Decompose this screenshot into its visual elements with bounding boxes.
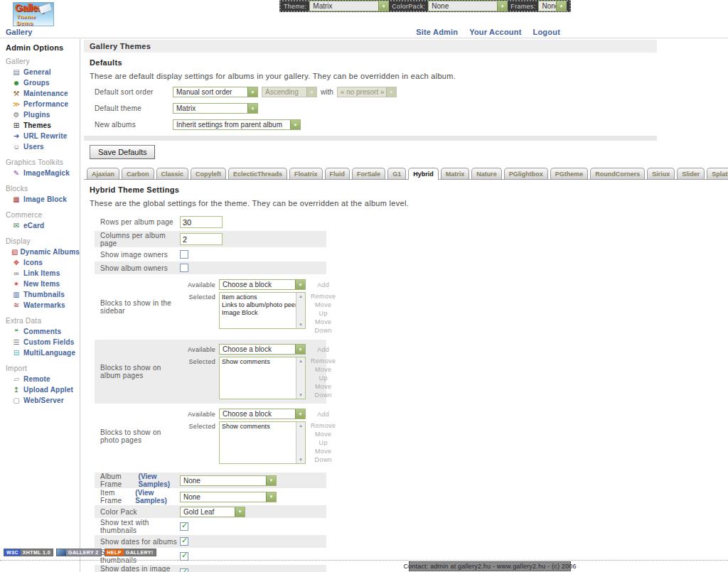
- sidebar-item[interactable]: ▧ Dynamic Albums: [0, 247, 80, 257]
- scroll-up-icon[interactable]: ▴: [299, 293, 302, 299]
- sidebar-item[interactable]: ☻ Groups: [0, 77, 80, 88]
- available-block-select[interactable]: Choose a block ▼: [219, 279, 306, 290]
- listbox-item[interactable]: Item actions: [222, 293, 296, 301]
- show-album-owners-checkbox[interactable]: [180, 264, 188, 272]
- theme-tab[interactable]: PGtheme: [550, 168, 589, 179]
- move-down-link[interactable]: Move Down: [311, 318, 336, 335]
- theme-tab[interactable]: Floatrix: [289, 168, 323, 179]
- listbox-item[interactable]: Links to album/photo peers: [222, 301, 296, 309]
- scroll-down-icon[interactable]: ▾: [299, 457, 302, 463]
- sidebar-item[interactable]: ✶ New Items: [0, 279, 80, 289]
- theme-tab[interactable]: G1: [387, 168, 406, 179]
- breadcrumb-gallery[interactable]: Gallery: [6, 28, 32, 36]
- sidebar-item[interactable]: ✎ ImageMagick: [0, 168, 80, 178]
- theme-tab[interactable]: Splatbang: [707, 168, 728, 179]
- theme-tab[interactable]: Copyleft: [191, 168, 226, 179]
- sidebar-item[interactable]: ▤ General: [0, 67, 80, 77]
- sidebar-item[interactable]: ⚙ Plugins: [0, 109, 80, 120]
- columns-per-page-input[interactable]: [180, 233, 223, 245]
- theme-tab[interactable]: Matrix: [441, 168, 470, 179]
- theme-tab[interactable]: Carbon: [122, 168, 154, 179]
- selected-blocks-listbox[interactable]: Show comments ▴▾: [219, 357, 306, 399]
- add-block-link[interactable]: Add: [311, 281, 336, 288]
- move-down-link[interactable]: Move Down: [311, 447, 336, 464]
- listbox-item[interactable]: Image Block: [222, 309, 296, 317]
- listbox-scrollbar[interactable]: ▴▾: [296, 357, 305, 399]
- new-albums-select[interactable]: Inherit settings from parent album ▼: [173, 119, 301, 130]
- move-up-link[interactable]: Move Up: [311, 365, 336, 382]
- display-option-checkbox[interactable]: [180, 522, 188, 531]
- color-pack-select[interactable]: Gold Leaf ▼: [180, 507, 245, 517]
- add-block-link[interactable]: Add: [311, 346, 336, 353]
- default-sort-order-select[interactable]: Manual sort order ▼: [173, 87, 258, 97]
- available-block-select[interactable]: Choose a block ▼: [219, 344, 306, 355]
- default-theme-select[interactable]: Matrix ▼: [173, 103, 258, 114]
- theme-tab[interactable]: Ajaxian: [87, 168, 119, 179]
- sidebar-item[interactable]: ❝ Comments: [0, 326, 80, 337]
- gallery2-badge[interactable]: GALLERY 2: [56, 549, 102, 556]
- sidebar-item[interactable]: ▦ Image Block: [0, 194, 80, 205]
- sidebar-item[interactable]: ☺ Users: [0, 141, 80, 152]
- frames-select[interactable]: None ▼: [538, 1, 567, 11]
- move-up-link[interactable]: Move Up: [311, 301, 336, 318]
- sidebar-item[interactable]: ✉ eCard: [0, 220, 80, 231]
- remove-block-link[interactable]: Remove: [311, 421, 336, 430]
- colorpack-select[interactable]: None ▼: [428, 1, 508, 11]
- move-up-link[interactable]: Move Up: [311, 430, 336, 447]
- listbox-scrollbar[interactable]: ▴▾: [296, 422, 305, 463]
- show-image-owners-checkbox[interactable]: [180, 250, 188, 259]
- scroll-up-icon[interactable]: ▴: [299, 423, 302, 428]
- scroll-down-icon[interactable]: ▾: [299, 322, 302, 328]
- remove-block-link[interactable]: Remove: [311, 357, 336, 365]
- sidebar-item[interactable]: ▢ Web/Server: [0, 395, 80, 406]
- save-defaults-button[interactable]: Save Defaults: [90, 145, 155, 159]
- sidebar-item[interactable]: ∞ Link Items: [0, 268, 80, 279]
- theme-tab[interactable]: Fluid: [325, 168, 350, 179]
- sidebar-item[interactable]: ❖ Icons: [0, 257, 80, 268]
- gallery-logo[interactable]: Gallery Theme Demo: [13, 2, 54, 26]
- theme-tab[interactable]: PGlightbox: [504, 168, 548, 179]
- theme-tab[interactable]: Siriux: [647, 168, 675, 179]
- sidebar-item[interactable]: ⚒ Maintenance: [0, 88, 80, 99]
- move-down-link[interactable]: Move Down: [311, 382, 336, 399]
- listbox-item[interactable]: Show comments: [222, 358, 296, 366]
- header-link[interactable]: Your Account: [469, 28, 521, 36]
- theme-tab[interactable]: Classic: [156, 168, 189, 179]
- theme-tab[interactable]: EclecticThreads: [228, 168, 287, 179]
- item-frame-samples-link[interactable]: (View Samples): [135, 489, 180, 504]
- sidebar-item[interactable]: ▱ Remote: [0, 374, 80, 384]
- remove-block-link[interactable]: Remove: [311, 292, 336, 301]
- listbox-scrollbar[interactable]: ▴▾: [296, 293, 305, 328]
- selected-blocks-listbox[interactable]: Show comments ▴▾: [219, 421, 306, 464]
- selected-blocks-listbox[interactable]: Item actions Links to album/photo peers …: [219, 292, 306, 329]
- sidebar-item[interactable]: ▥ Thumbnails: [0, 289, 80, 300]
- theme-tab[interactable]: Nature: [471, 168, 502, 179]
- sidebar-item[interactable]: ↥ Upload Applet: [0, 384, 80, 395]
- available-block-select[interactable]: Choose a block ▼: [219, 409, 306, 419]
- scroll-down-icon[interactable]: ▾: [299, 392, 302, 398]
- album-frame-samples-link[interactable]: (View Samples): [139, 473, 180, 488]
- theme-tab[interactable]: Hybrid: [408, 168, 439, 179]
- scroll-up-icon[interactable]: ▴: [299, 358, 302, 364]
- add-block-link[interactable]: Add: [311, 411, 336, 418]
- theme-tab[interactable]: Slider: [677, 168, 705, 179]
- theme-select[interactable]: Matrix ▼: [309, 1, 389, 11]
- help-gallery-badge[interactable]: HELP GALLERY!: [105, 549, 156, 556]
- display-option-checkbox[interactable]: [180, 568, 188, 572]
- header-link[interactable]: Logout: [533, 28, 560, 36]
- rows-per-page-input[interactable]: [180, 216, 223, 228]
- header-link[interactable]: Site Admin: [416, 28, 458, 36]
- sidebar-item[interactable]: ⊟ MultiLanguage: [0, 347, 80, 358]
- display-option-checkbox[interactable]: [180, 537, 188, 546]
- sidebar-item[interactable]: ➜ URL Rewrite: [0, 131, 80, 141]
- theme-tab[interactable]: RoundCorners: [590, 168, 645, 179]
- theme-tab[interactable]: ForSale: [352, 168, 385, 179]
- sidebar-item[interactable]: ⊞ Themes: [0, 120, 80, 131]
- item-frame-select[interactable]: None ▼: [180, 492, 277, 502]
- sidebar-item[interactable]: ☰ Custom Fields: [0, 337, 80, 347]
- w3c-xhtml-badge[interactable]: W3C XHTML 1.0: [4, 549, 53, 556]
- listbox-item[interactable]: Show comments: [222, 423, 296, 431]
- sidebar-item[interactable]: ≫ Performance: [0, 99, 80, 109]
- album-frame-select[interactable]: None ▼: [180, 475, 277, 486]
- sidebar-item[interactable]: ≋ Watermarks: [0, 300, 80, 311]
